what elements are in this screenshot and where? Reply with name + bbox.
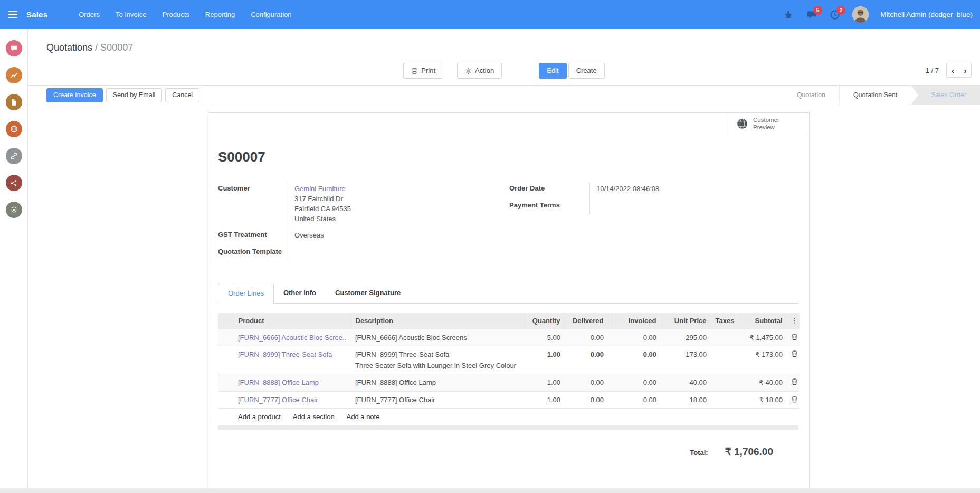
column-options-icon[interactable]: ⋮ xyxy=(787,313,800,329)
delivered-value: 0.00 xyxy=(565,391,608,409)
user-name[interactable]: Mitchell Admin (dodger_blue) xyxy=(880,11,973,18)
table-row: [FURN_7777] Office Chair [FURN_7777] Off… xyxy=(218,391,800,409)
taxes-value xyxy=(711,374,736,392)
tab-other-info[interactable]: Other Info xyxy=(274,283,326,303)
table-bottom-strip xyxy=(218,425,798,430)
product-link[interactable]: [FURN_8888] Office Lamp xyxy=(238,378,347,387)
sheet-topbar: Customer Preview xyxy=(208,113,809,135)
quotation-template-label: Quotation Template xyxy=(218,246,288,261)
product-link[interactable]: [FURN_6666] Acoustic Bloc Scree... xyxy=(238,333,347,343)
sidebar-item-invoicing[interactable] xyxy=(6,94,22,110)
customer-label: Customer xyxy=(218,183,288,229)
description-text: [FURN_8999] Three-Seat Sofa xyxy=(355,350,519,359)
header-delivered: Delivered xyxy=(565,313,608,329)
form-view-area: Customer Preview S00007 Customer Gemini … xyxy=(28,105,980,489)
sidebar-item-settings[interactable] xyxy=(6,202,22,218)
step-quotation-sent[interactable]: Quotation Sent xyxy=(839,86,911,105)
row-handle[interactable] xyxy=(218,329,234,346)
breadcrumb: Quotations / S00007 xyxy=(28,29,980,53)
order-date-label: Order Date xyxy=(509,183,589,200)
sidebar-item-website[interactable] xyxy=(6,121,22,137)
row-handle-header xyxy=(218,313,234,329)
quotation-template-value[interactable] xyxy=(288,246,509,261)
header-taxes: Taxes xyxy=(711,313,736,329)
add-a-note-link[interactable]: Add a note xyxy=(347,413,380,421)
menu-products[interactable]: Products xyxy=(154,0,197,29)
address-line-3: United States xyxy=(294,214,509,224)
document-sheet: Customer Preview S00007 Customer Gemini … xyxy=(208,112,810,489)
activities-clock-icon[interactable]: 2 xyxy=(829,9,841,21)
description-text: [FURN_8888] Office Lamp xyxy=(355,378,519,387)
row-handle[interactable] xyxy=(218,391,234,409)
sidebar-item-links[interactable] xyxy=(6,148,22,164)
sidebar-item-marketing[interactable] xyxy=(6,175,22,191)
product-link[interactable]: [FURN_7777] Office Chair xyxy=(238,395,347,405)
pager-previous-icon[interactable]: ‹ xyxy=(947,63,959,77)
menu-to-invoice[interactable]: To Invoice xyxy=(108,0,155,29)
tab-customer-signature[interactable]: Customer Signature xyxy=(326,283,410,303)
tab-order-lines[interactable]: Order Lines xyxy=(218,283,274,304)
subtotal-value: ₹ 1,475.00 xyxy=(736,329,787,346)
action-button[interactable]: Action xyxy=(457,63,502,79)
cancel-button[interactable]: Cancel xyxy=(165,88,199,102)
menu-configuration[interactable]: Configuration xyxy=(243,0,299,29)
user-avatar[interactable] xyxy=(852,6,869,23)
address-line-1: 317 Fairchild Dr xyxy=(294,194,509,204)
debug-bug-icon[interactable] xyxy=(783,9,794,21)
payment-terms-value[interactable] xyxy=(589,200,798,214)
add-a-section-link[interactable]: Add a section xyxy=(293,413,335,421)
table-row: [FURN_6666] Acoustic Bloc Scree... [FURN… xyxy=(218,329,800,346)
gst-treatment-value: Overseas xyxy=(288,229,509,246)
apps-menu-icon[interactable] xyxy=(0,0,25,29)
breadcrumb-quotations[interactable]: Quotations xyxy=(46,42,92,53)
navbar-systray: 5 2 Mitchell Admin (dodger_blue) xyxy=(783,6,980,23)
send-by-email-button[interactable]: Send by Email xyxy=(106,88,163,102)
field-groups: Customer Gemini Furniture 317 Fairchild … xyxy=(218,183,798,261)
quantity-value: 1.00 xyxy=(524,391,565,409)
header-invoiced: Invoiced xyxy=(608,313,661,329)
row-handle[interactable] xyxy=(218,346,234,374)
delete-row-icon[interactable] xyxy=(791,395,795,403)
step-quotation[interactable]: Quotation xyxy=(783,86,839,105)
add-a-product-link[interactable]: Add a product xyxy=(238,413,281,421)
messages-icon[interactable]: 5 xyxy=(806,9,817,21)
unit-price-value: 18.00 xyxy=(661,391,711,409)
description-extra-text: Three Seater Sofa with Lounger in Steel … xyxy=(355,361,519,371)
customer-link[interactable]: Gemini Furniture xyxy=(294,185,346,193)
order-date-value: 10/14/2022 08:46:08 xyxy=(589,183,798,200)
print-button[interactable]: Print xyxy=(403,63,443,79)
menu-orders[interactable]: Orders xyxy=(71,0,108,29)
edit-label: Edit xyxy=(547,67,558,75)
product-link[interactable]: [FURN_8999] Three-Seat Sofa xyxy=(238,350,347,359)
quantity-value: 5.00 xyxy=(524,329,565,346)
pager-next-icon[interactable]: › xyxy=(959,63,971,77)
invoiced-value: 0.00 xyxy=(608,329,661,346)
header-unit-price: Unit Price xyxy=(661,313,711,329)
customer-preview-button[interactable]: Customer Preview xyxy=(730,113,809,135)
customer-preview-label: Customer Preview xyxy=(753,117,786,131)
create-invoice-button[interactable]: Create Invoice xyxy=(46,88,103,102)
edit-button[interactable]: Edit xyxy=(539,63,566,79)
header-description: Description xyxy=(351,313,524,329)
sidebar-item-discuss[interactable] xyxy=(6,40,22,56)
sidebar-item-dashboards[interactable] xyxy=(6,67,22,83)
printer-icon xyxy=(411,68,418,74)
app-brand[interactable]: Sales xyxy=(26,10,47,19)
table-header-row: Product Description Quantity Delivered I… xyxy=(218,313,800,329)
step-sales-order[interactable]: Sales Order xyxy=(911,86,980,105)
app-sidebar-rail xyxy=(0,29,28,493)
delete-row-icon[interactable] xyxy=(791,378,795,385)
row-handle[interactable] xyxy=(218,374,234,392)
delete-row-icon[interactable] xyxy=(791,350,795,357)
description-text: [FURN_6666] Acoustic Bloc Screens xyxy=(355,333,519,343)
delivered-value: 0.00 xyxy=(565,374,608,392)
menu-reporting[interactable]: Reporting xyxy=(197,0,243,29)
status-steps: Quotation Quotation Sent Sales Order xyxy=(783,86,980,105)
delete-row-icon[interactable] xyxy=(791,333,795,340)
total-label: Total: xyxy=(690,449,708,457)
top-navbar: Sales Orders To Invoice Products Reporti… xyxy=(0,0,980,29)
unit-price-value: 173.00 xyxy=(661,346,711,374)
create-button[interactable]: Create xyxy=(568,63,605,79)
globe-icon xyxy=(10,125,18,133)
action-label: Action xyxy=(475,67,494,75)
